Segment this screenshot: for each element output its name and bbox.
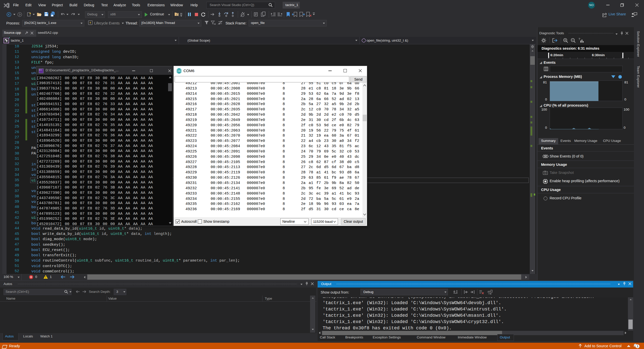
svg-text:ab: ab bbox=[487, 290, 490, 293]
svg-text:?: ? bbox=[579, 38, 580, 41]
